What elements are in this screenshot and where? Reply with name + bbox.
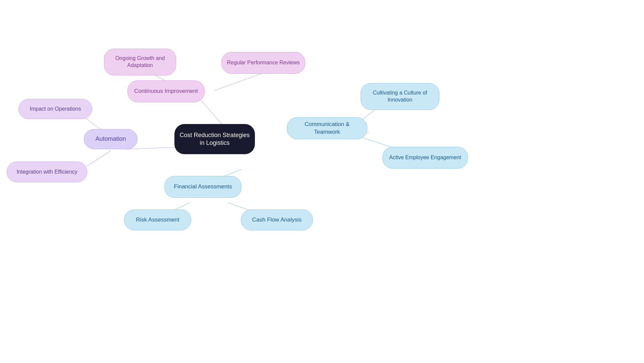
impact-operations-node: Impact on Operations	[18, 99, 92, 119]
regular-performance-label: Regular Performance Reviews	[222, 57, 305, 69]
integration-efficiency-node: Integration with Efficiency	[7, 162, 87, 182]
regular-performance-node: Regular Performance Reviews	[221, 52, 305, 74]
continuous-improvement-node: Continuous Improvement	[127, 80, 205, 102]
center-node: Cost Reduction Strategies in Logistics	[174, 124, 255, 154]
center-label: Cost Reduction Strategies in Logistics	[174, 129, 255, 150]
communication-teamwork-node: Communication & Teamwork	[287, 117, 367, 139]
svg-line-7	[87, 151, 111, 166]
active-employee-label: Active Employee Engagement	[384, 152, 466, 164]
financial-assessments-label: Financial Assessments	[169, 180, 237, 193]
automation-node: Automation	[84, 129, 138, 149]
cultivating-innovation-label: Cultivating a Culture of Innovation	[361, 87, 439, 106]
impact-operations-label: Impact on Operations	[25, 103, 86, 115]
cash-flow-label: Cash Flow Analysis	[248, 214, 306, 226]
automation-label: Automation	[91, 132, 130, 145]
continuous-improvement-label: Continuous Improvement	[129, 85, 203, 98]
ongoing-growth-label: Ongoing Growth and Adaptation	[104, 52, 176, 72]
cash-flow-node: Cash Flow Analysis	[241, 209, 313, 230]
cultivating-innovation-node: Cultivating a Culture of Innovation	[361, 83, 439, 110]
integration-efficiency-label: Integration with Efficiency	[12, 166, 82, 178]
risk-assessment-label: Risk Assessment	[131, 214, 184, 226]
ongoing-growth-node: Ongoing Growth and Adaptation	[104, 49, 176, 75]
risk-assessment-node: Risk Assessment	[124, 209, 191, 230]
communication-teamwork-label: Communication & Teamwork	[287, 118, 367, 138]
active-employee-node: Active Employee Engagement	[382, 147, 468, 169]
financial-assessments-node: Financial Assessments	[164, 176, 241, 198]
